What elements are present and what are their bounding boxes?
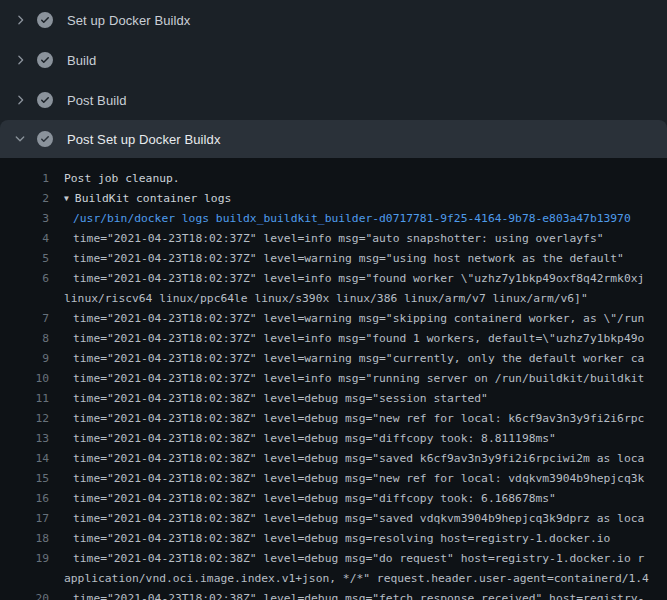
step-label: Set up Docker Buildx <box>67 13 190 28</box>
log-text: time="2021-04-23T18:02:38Z" level=debug … <box>49 549 644 569</box>
log-text: time="2021-04-23T18:02:37Z" level=info m… <box>49 369 644 389</box>
log-line: 7time="2021-04-23T18:02:37Z" level=warni… <box>0 309 667 329</box>
line-number <box>0 569 49 589</box>
log-line-continuation: linux/riscv64 linux/ppc64le linux/s390x … <box>0 289 667 309</box>
log-line: 20time="2021-04-23T18:02:38Z" level=debu… <box>0 589 667 600</box>
line-number[interactable]: 7 <box>0 309 49 329</box>
line-number[interactable]: 17 <box>0 509 49 529</box>
line-number[interactable]: 19 <box>0 549 49 569</box>
chevron-down-icon <box>12 131 28 147</box>
log-line-continuation: application/vnd.oci.image.index.v1+json,… <box>0 569 667 589</box>
check-circle-icon <box>37 92 53 108</box>
log-line: 17time="2021-04-23T18:02:38Z" level=debu… <box>0 509 667 529</box>
chevron-right-icon <box>12 52 28 68</box>
line-number[interactable]: 12 <box>0 409 49 429</box>
log-text: time="2021-04-23T18:02:37Z" level=warnin… <box>49 249 624 269</box>
line-number[interactable]: 9 <box>0 349 49 369</box>
log-text: time="2021-04-23T18:02:38Z" level=debug … <box>49 409 644 429</box>
log-command-text: /usr/bin/docker logs buildx_buildkit_bui… <box>49 209 631 229</box>
log-line: 11time="2021-04-23T18:02:38Z" level=debu… <box>0 389 667 409</box>
log-text: time="2021-04-23T18:02:38Z" level=debug … <box>49 429 556 449</box>
log-line: 4time="2021-04-23T18:02:37Z" level=info … <box>0 229 667 249</box>
line-number[interactable]: 16 <box>0 489 49 509</box>
log-line: 9time="2021-04-23T18:02:37Z" level=warni… <box>0 349 667 369</box>
log-line: 16time="2021-04-23T18:02:38Z" level=debu… <box>0 489 667 509</box>
job-steps-list: Set up Docker BuildxBuildPost BuildPost … <box>0 0 667 158</box>
log-line: 5time="2021-04-23T18:02:37Z" level=warni… <box>0 249 667 269</box>
line-number[interactable]: 20 <box>0 589 49 600</box>
chevron-right-icon <box>12 92 28 108</box>
log-text: Post job cleanup. <box>49 169 180 189</box>
line-number[interactable]: 1 <box>0 169 49 189</box>
step-header-build[interactable]: Build <box>0 40 667 80</box>
log-line: 10time="2021-04-23T18:02:37Z" level=info… <box>0 369 667 389</box>
step-label: Post Build <box>67 93 127 108</box>
log-line: 19time="2021-04-23T18:02:38Z" level=debu… <box>0 549 667 569</box>
check-circle-icon <box>37 131 53 147</box>
chevron-right-icon <box>12 12 28 28</box>
line-number[interactable]: 2 <box>0 189 49 209</box>
log-text: linux/riscv64 linux/ppc64le linux/s390x … <box>49 289 588 309</box>
step-label: Post Set up Docker Buildx <box>67 132 221 147</box>
step-header-set-up-docker-buildx[interactable]: Set up Docker Buildx <box>0 0 667 40</box>
line-number[interactable]: 10 <box>0 369 49 389</box>
step-label: Build <box>67 53 96 68</box>
line-number[interactable]: 15 <box>0 469 49 489</box>
log-line: 1Post job cleanup. <box>0 169 667 189</box>
log-text: time="2021-04-23T18:02:38Z" level=debug … <box>49 449 644 469</box>
check-circle-icon <box>37 12 53 28</box>
line-number[interactable]: 6 <box>0 269 49 289</box>
step-header-post-set-up-docker-buildx[interactable]: Post Set up Docker Buildx <box>0 120 667 158</box>
check-circle-icon <box>37 52 53 68</box>
log-text: time="2021-04-23T18:02:38Z" level=debug … <box>49 589 644 600</box>
log-line: 14time="2021-04-23T18:02:38Z" level=debu… <box>0 449 667 469</box>
log-text: time="2021-04-23T18:02:37Z" level=info m… <box>49 269 644 289</box>
line-number[interactable]: 13 <box>0 429 49 449</box>
group-collapse-caret-icon[interactable]: ▼ <box>49 189 69 209</box>
log-line: 15time="2021-04-23T18:02:38Z" level=debu… <box>0 469 667 489</box>
log-text: time="2021-04-23T18:02:37Z" level=info m… <box>49 329 644 349</box>
log-text: time="2021-04-23T18:02:38Z" level=debug … <box>49 529 610 549</box>
log-text: time="2021-04-23T18:02:37Z" level=warnin… <box>49 309 644 329</box>
line-number <box>0 289 49 309</box>
line-number[interactable]: 3 <box>0 209 49 229</box>
line-number[interactable]: 18 <box>0 529 49 549</box>
line-number[interactable]: 5 <box>0 249 49 269</box>
log-line: 13time="2021-04-23T18:02:38Z" level=debu… <box>0 429 667 449</box>
log-text: application/vnd.oci.image.index.v1+json,… <box>49 569 649 589</box>
log-group-title[interactable]: BuildKit container logs <box>69 189 231 209</box>
log-line: 2▼BuildKit container logs <box>0 189 667 209</box>
log-line: 6time="2021-04-23T18:02:37Z" level=info … <box>0 269 667 289</box>
log-text: time="2021-04-23T18:02:38Z" level=debug … <box>49 389 488 409</box>
log-text: time="2021-04-23T18:02:37Z" level=warnin… <box>49 349 644 369</box>
log-text: time="2021-04-23T18:02:37Z" level=info m… <box>49 229 604 249</box>
line-number[interactable]: 8 <box>0 329 49 349</box>
log-text: time="2021-04-23T18:02:38Z" level=debug … <box>49 469 644 489</box>
log-line: 3/usr/bin/docker logs buildx_buildkit_bu… <box>0 209 667 229</box>
log-line: 12time="2021-04-23T18:02:38Z" level=debu… <box>0 409 667 429</box>
log-text: time="2021-04-23T18:02:38Z" level=debug … <box>49 489 556 509</box>
step-header-post-build[interactable]: Post Build <box>0 80 667 120</box>
line-number[interactable]: 14 <box>0 449 49 469</box>
log-line: 8time="2021-04-23T18:02:37Z" level=info … <box>0 329 667 349</box>
log-output-pane: 1Post job cleanup.2▼BuildKit container l… <box>0 158 667 600</box>
line-number[interactable]: 11 <box>0 389 49 409</box>
line-number[interactable]: 4 <box>0 229 49 249</box>
log-line: 18time="2021-04-23T18:02:38Z" level=debu… <box>0 529 667 549</box>
log-text: time="2021-04-23T18:02:38Z" level=debug … <box>49 509 644 529</box>
